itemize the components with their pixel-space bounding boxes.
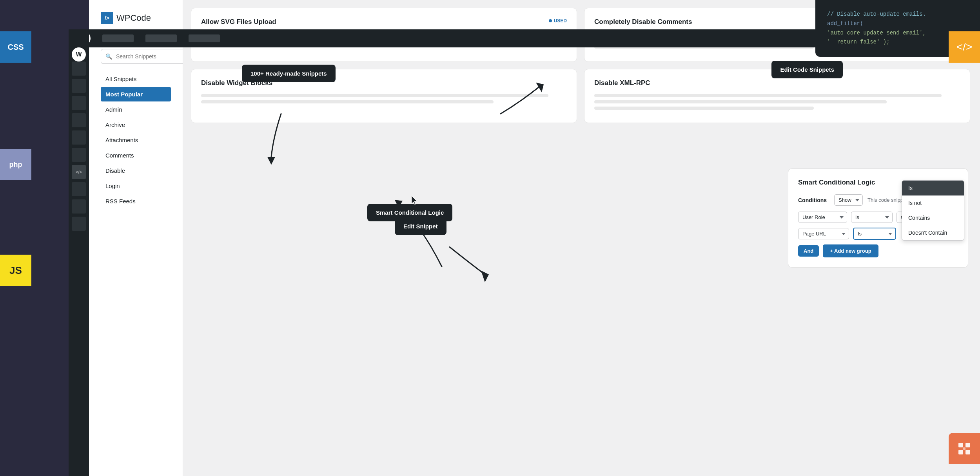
wpcode-logo-icon: /> xyxy=(101,12,113,24)
field1-select-2[interactable]: Page URL xyxy=(798,228,849,239)
sidebar-item-all-snippets[interactable]: All Snippets xyxy=(101,72,171,86)
card-line xyxy=(594,107,814,110)
search-icon: 🔍 xyxy=(105,53,112,60)
sidebar-item-rss-feeds[interactable]: RSS Feeds xyxy=(101,194,171,208)
php-badge: php xyxy=(0,149,31,180)
card-lines-xmlrpc xyxy=(594,94,960,110)
add-group-button[interactable]: + Add new group xyxy=(823,244,878,257)
show-select[interactable]: Show xyxy=(834,194,863,206)
sidebar-item-login[interactable]: Login xyxy=(101,179,171,193)
sidebar-item-admin[interactable]: Admin xyxy=(101,102,171,117)
svg-rect-0 xyxy=(958,443,963,447)
dropdown-item-is[interactable]: Is xyxy=(902,181,964,195)
card-line xyxy=(594,94,942,97)
sidebar-item-1 xyxy=(72,62,86,76)
card-title-svg: Allow SVG Files Upload xyxy=(201,18,567,26)
code-icon: </> xyxy=(956,41,972,53)
sidebar-item-archive[interactable]: Archive xyxy=(101,118,171,132)
wpcode-logo: /> WPCode xyxy=(101,12,151,24)
field2-select-1[interactable]: Is xyxy=(851,212,893,223)
sidebar-item-8 xyxy=(72,199,86,214)
field2-select-2[interactable]: Is xyxy=(853,228,896,240)
puzzle-btn[interactable] xyxy=(949,433,980,464)
sidebar-item-attachments[interactable]: Attachments xyxy=(101,133,171,147)
and-button[interactable]: And xyxy=(798,245,819,257)
admin-bar-item-1 xyxy=(102,34,134,42)
sidebar-item-9 xyxy=(72,217,86,231)
conditions-label: Conditions xyxy=(798,197,829,203)
sidebar-nav: All Snippets Most Popular Admin Archive … xyxy=(89,72,183,208)
card-lines-widgets xyxy=(201,94,567,103)
main-content-wrapper: /> WPCode Snippet Library 🔍 All Snippets… xyxy=(89,0,980,476)
svg-rect-1 xyxy=(965,443,970,447)
svg-rect-2 xyxy=(958,450,963,454)
is-dropdown-popup: Is Is not Contains Doesn't Contain xyxy=(902,180,964,241)
svg-rect-3 xyxy=(965,450,970,454)
dropdown-item-doesnt-contain[interactable]: Doesn't Contain xyxy=(902,225,964,240)
card-line xyxy=(594,100,887,103)
sidebar-item-3 xyxy=(72,96,86,110)
wp-logo-sidebar: W xyxy=(72,47,86,62)
sidebar-item-4 xyxy=(72,113,86,127)
card-line xyxy=(201,100,494,103)
bottom-actions: And + Add new group xyxy=(798,244,958,257)
admin-bar-item-2 xyxy=(145,34,177,42)
code-btn[interactable]: </> xyxy=(949,31,980,63)
svg-rect-4 xyxy=(963,447,965,450)
sidebar-item-code: </> xyxy=(72,165,86,179)
sidebar-item-comments[interactable]: Comments xyxy=(101,148,171,163)
sidebar-item-7 xyxy=(72,182,86,196)
dropdown-item-contains[interactable]: Contains xyxy=(902,210,964,225)
sidebar-item-2 xyxy=(72,79,86,93)
card-line xyxy=(201,94,548,97)
used-badge: USED xyxy=(549,18,567,24)
sidebar-item-most-popular[interactable]: Most Popular xyxy=(101,87,171,101)
sidebar-item-disable[interactable]: Disable xyxy=(101,163,171,178)
sidebar-item-5 xyxy=(72,130,86,145)
snippet-library-sidebar: /> WPCode Snippet Library 🔍 All Snippets… xyxy=(89,0,183,476)
field1-select-1[interactable]: User Role xyxy=(798,212,847,223)
css-badge: CSS xyxy=(0,31,31,63)
card-title-xmlrpc: Disable XML-RPC xyxy=(594,79,960,87)
dropdown-item-is-not[interactable]: Is not xyxy=(902,195,964,210)
wpcode-logo-text: WPCode xyxy=(116,13,151,23)
used-dot xyxy=(549,19,552,22)
wp-sidebar: W </> xyxy=(69,29,89,476)
puzzle-icon xyxy=(956,441,972,456)
callout-ready-made: 100+ Ready-made Snippets xyxy=(242,65,336,82)
admin-bar-item-3 xyxy=(189,34,220,42)
search-input[interactable] xyxy=(101,49,183,64)
sidebar-item-6 xyxy=(72,148,86,162)
wpcode-header: /> WPCode xyxy=(89,0,183,32)
callout-edit-code: Edit Code Snippets xyxy=(771,61,843,78)
search-box: 🔍 xyxy=(101,49,171,64)
js-badge: JS xyxy=(0,255,31,286)
callout-smart-logic: Smart Conditional Logic xyxy=(367,204,452,221)
